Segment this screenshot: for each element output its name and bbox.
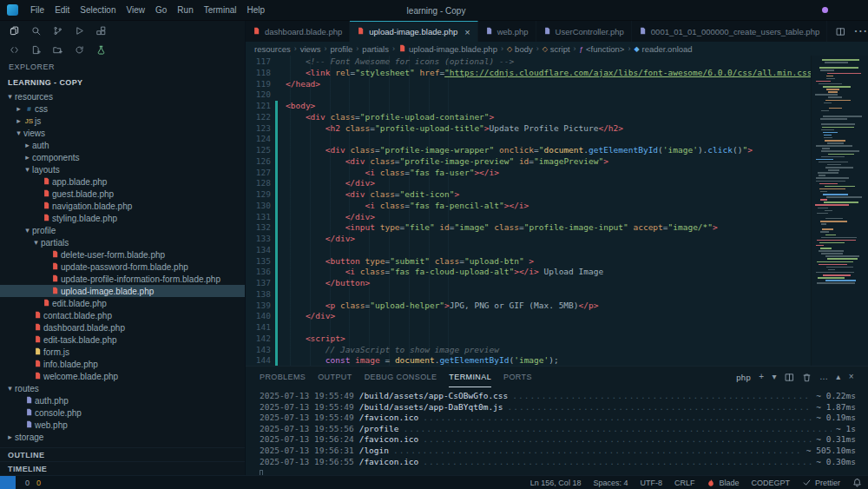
line-number[interactable]: 132 bbox=[246, 222, 275, 234]
status-indentation[interactable]: Spaces: 4 bbox=[587, 476, 634, 489]
code-text[interactable]: // JavaScript to show image preview bbox=[278, 345, 811, 356]
terminal[interactable]: 2025-07-13 19:55:49/build/assets/app-CsO… bbox=[246, 387, 868, 475]
split-icon[interactable] bbox=[836, 27, 845, 36]
breadcrumb-item-partials[interactable]: partials bbox=[362, 44, 389, 54]
tree-item-update-profile-information-form.blade.php[interactable]: update-profile-information-form.blade.ph… bbox=[0, 273, 245, 285]
remote-icon[interactable] bbox=[9, 44, 20, 56]
status-notifications[interactable] bbox=[846, 476, 868, 489]
chevron-down-icon[interactable]: ▾ bbox=[5, 92, 15, 101]
panel-tab-output[interactable]: OUTPUT bbox=[318, 367, 352, 387]
panel-tab-ports[interactable]: PORTS bbox=[503, 367, 532, 387]
breadcrumb-item-profile[interactable]: profile bbox=[330, 44, 352, 54]
tree-item-dashboard.blade.php[interactable]: dashboard.blade.php bbox=[0, 321, 245, 334]
code-text[interactable]: <div class="profile-upload-container"> bbox=[278, 112, 811, 123]
tree-item-update-password-form.blade.php[interactable]: update-password-form.blade.php bbox=[0, 261, 245, 273]
chevron-down-icon[interactable]: ▾ bbox=[23, 226, 32, 235]
line-number[interactable]: 135 bbox=[246, 256, 275, 268]
code-text[interactable]: const image = document.getElementById('i… bbox=[278, 355, 811, 366]
search-icon[interactable] bbox=[30, 25, 42, 36]
split-icon[interactable] bbox=[785, 373, 794, 382]
trash-icon[interactable] bbox=[802, 373, 812, 382]
code-text[interactable] bbox=[278, 322, 811, 334]
line-number[interactable]: 117 bbox=[246, 56, 275, 68]
chevron-down-icon[interactable]: ▾ bbox=[773, 373, 777, 382]
line-number[interactable]: 119 bbox=[246, 79, 275, 90]
tree-item-form.js[interactable]: form.js bbox=[0, 346, 245, 358]
code-text[interactable]: <div class="profile-image-preview" id="i… bbox=[278, 156, 811, 168]
tree-item-layouts[interactable]: ▾layouts bbox=[0, 163, 245, 175]
menu-file[interactable]: File bbox=[25, 3, 49, 17]
line-number[interactable]: 127 bbox=[246, 168, 275, 179]
tree-item-styling.blade.php[interactable]: styling.blade.php bbox=[0, 212, 245, 224]
menu-help[interactable]: Help bbox=[242, 3, 271, 17]
line-number[interactable]: 120 bbox=[246, 89, 275, 101]
line-number[interactable]: 118 bbox=[246, 68, 275, 79]
line-number[interactable]: 141 bbox=[246, 322, 275, 334]
tree-item-welcome.blade.php[interactable]: welcome.blade.php bbox=[0, 370, 245, 382]
code-text[interactable]: <div class="edit-icon"> bbox=[278, 189, 811, 201]
chevron-down-icon[interactable]: ▾ bbox=[31, 238, 41, 247]
testing-icon[interactable] bbox=[95, 44, 107, 56]
tree-item-auth.php[interactable]: auth.php bbox=[0, 394, 245, 406]
more-icon[interactable]: ⋯ bbox=[853, 24, 867, 38]
line-number[interactable]: 136 bbox=[246, 267, 275, 278]
tree-item-console.php[interactable]: console.php bbox=[0, 406, 245, 419]
code-text[interactable]: </button> bbox=[278, 278, 811, 289]
close-icon[interactable]: × bbox=[464, 27, 470, 37]
code-text[interactable]: <i class="fas fa-cloud-upload-alt"></i> … bbox=[278, 267, 811, 278]
status-cursor-position[interactable]: Ln 156, Col 18 bbox=[524, 476, 588, 489]
tree-item-partials[interactable]: ▾partials bbox=[0, 236, 245, 248]
tab-web.php[interactable]: web.php bbox=[478, 21, 536, 42]
remote-indicator[interactable] bbox=[0, 476, 16, 489]
tree-item-js[interactable]: ▸JSjs bbox=[0, 115, 245, 127]
breadcrumb-item-uploadimage.blade.php[interactable]: upload-image.blade.php bbox=[398, 44, 497, 54]
line-number[interactable]: 143 bbox=[246, 345, 275, 356]
tab-upload-image.blade.php[interactable]: upload-image.blade.php× bbox=[350, 21, 477, 42]
code-text[interactable]: <script> bbox=[278, 334, 811, 345]
chevron-down-icon[interactable]: ▾ bbox=[23, 165, 32, 174]
breadcrumb-item-resources[interactable]: resources bbox=[254, 44, 291, 54]
menu-go[interactable]: Go bbox=[150, 3, 172, 17]
timeline-section[interactable]: TIMELINE bbox=[0, 461, 245, 475]
line-number[interactable]: 142 bbox=[246, 334, 275, 345]
code-text[interactable] bbox=[278, 89, 811, 101]
files-icon[interactable] bbox=[9, 25, 20, 36]
line-number[interactable]: 124 bbox=[246, 134, 275, 145]
breadcrumb-item-body[interactable]: ◇body bbox=[507, 44, 533, 54]
tree-item-navigation.blade.php[interactable]: navigation.blade.php bbox=[0, 200, 245, 212]
chevron-right-icon[interactable]: ▸ bbox=[23, 153, 32, 162]
tab-UserController.php[interactable]: UserController.php bbox=[536, 21, 632, 42]
chevron-right-icon[interactable]: ▸ bbox=[23, 141, 32, 149]
line-number[interactable]: 139 bbox=[246, 301, 275, 312]
run-debug-icon[interactable] bbox=[74, 25, 85, 36]
copilot-icon[interactable] bbox=[822, 7, 828, 13]
tree-item-guest.blade.php[interactable]: guest.blade.php bbox=[0, 188, 245, 200]
code-text[interactable] bbox=[278, 134, 811, 145]
code-text[interactable]: <body> bbox=[278, 101, 811, 112]
minimap[interactable] bbox=[811, 56, 868, 366]
chevron-up-icon[interactable]: ▴ bbox=[836, 373, 840, 382]
new-folder-icon[interactable] bbox=[52, 44, 63, 56]
line-number[interactable]: 134 bbox=[246, 245, 275, 256]
code-text[interactable] bbox=[278, 289, 811, 301]
panel-tab-terminal[interactable]: TERMINAL bbox=[449, 367, 491, 387]
code-text[interactable] bbox=[278, 245, 811, 256]
menu-edit[interactable]: Edit bbox=[49, 3, 75, 17]
line-number[interactable]: 137 bbox=[246, 278, 275, 289]
line-number[interactable]: 138 bbox=[246, 289, 275, 301]
breadcrumb-item-script[interactable]: ◇script bbox=[542, 44, 570, 54]
code-editor[interactable]: 117 <!-- Font Awesome for icons (optiona… bbox=[246, 56, 811, 366]
tree-item-resources[interactable]: ▾resources bbox=[0, 90, 245, 102]
tab-0001_01_01_000000_create_users_table.php[interactable]: 0001_01_01_000000_create_users_table.php bbox=[632, 21, 827, 42]
menu-run[interactable]: Run bbox=[172, 3, 198, 17]
line-number[interactable]: 140 bbox=[246, 311, 275, 322]
code-text[interactable]: </div> bbox=[278, 212, 811, 223]
tree-item-edit-task.blade.php[interactable]: edit-task.blade.php bbox=[0, 334, 245, 346]
outline-section[interactable]: OUTLINE bbox=[0, 447, 245, 461]
chevron-down-icon[interactable]: ▾ bbox=[14, 129, 23, 137]
chevron-right-icon[interactable]: ▸ bbox=[5, 433, 15, 441]
tree-item-delete-user-form.blade.php[interactable]: delete-user-form.blade.php bbox=[0, 248, 245, 261]
line-number[interactable]: 133 bbox=[246, 234, 275, 245]
status-encoding[interactable]: UTF-8 bbox=[634, 476, 668, 489]
status-language-mode[interactable]: Blade bbox=[700, 476, 745, 489]
